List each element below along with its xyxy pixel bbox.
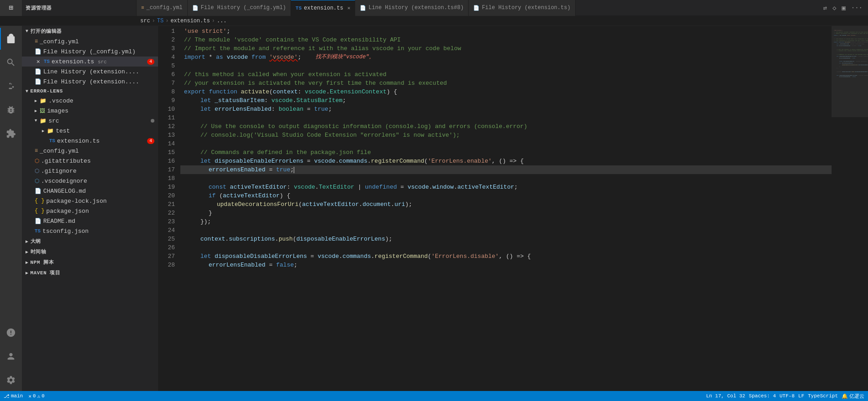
outline-label: 大纲 bbox=[31, 238, 41, 245]
code-line-19: const activeTextEditor: vscode.TextEdito… bbox=[180, 183, 832, 191]
feedback[interactable]: 🔔 亿逻云 bbox=[842, 393, 864, 400]
arrow-icon: ▼ bbox=[26, 89, 29, 94]
source-control-button[interactable]: ◇ bbox=[831, 3, 838, 13]
activity-explorer[interactable] bbox=[0, 28, 22, 50]
md-icon: 📄 bbox=[35, 218, 41, 225]
more-actions-button[interactable]: ··· bbox=[849, 3, 864, 13]
ts-file-icon: TS bbox=[44, 59, 50, 64]
file-icon: 📄 bbox=[192, 5, 199, 11]
folder-img-icon: 🖼 bbox=[40, 108, 45, 114]
open-editor-file-history-ext[interactable]: 📄 File History (extension.... bbox=[22, 77, 158, 87]
breadcrumb: src › TS › extension.ts › ... bbox=[140, 18, 227, 24]
outline-section[interactable]: ▶ 大纲 bbox=[22, 236, 158, 247]
breadcrumb-more[interactable]: ... bbox=[217, 18, 227, 24]
file-extension-ts[interactable]: TS extension.ts 4 bbox=[22, 136, 158, 146]
feedback-text: 亿逻云 bbox=[849, 393, 864, 400]
activity-search[interactable] bbox=[0, 51, 22, 73]
code-line-17: errorLensEnabled = true; bbox=[180, 165, 832, 174]
eol[interactable]: LF bbox=[798, 393, 804, 400]
open-editor-line-history[interactable]: 📄 Line History (extension.... bbox=[22, 67, 158, 77]
encoding[interactable]: UTF-8 bbox=[780, 393, 795, 400]
resource-manager-icon: ⊞ bbox=[9, 3, 13, 12]
arrow-icon: ▶ bbox=[42, 129, 44, 134]
activity-scm[interactable] bbox=[0, 75, 22, 97]
npm-section[interactable]: ▶ NPM 脚本 bbox=[22, 257, 158, 267]
indent[interactable]: Spaces: 4 bbox=[749, 393, 776, 400]
file-package-lock[interactable]: { } package-lock.json bbox=[22, 196, 158, 206]
activity-settings[interactable] bbox=[0, 369, 22, 391]
code-line-27: let disposableDisableErrorLens = vscode.… bbox=[180, 252, 832, 261]
open-editors-section[interactable]: ▼ 打开的编辑器 bbox=[22, 26, 158, 36]
tab-close-button[interactable]: ✕ bbox=[347, 5, 351, 11]
error-badge: 4 bbox=[147, 59, 154, 65]
open-editor-file-history[interactable]: 📄 File History (_config.yml) bbox=[22, 46, 158, 57]
folder-test[interactable]: ▶ 📁 test bbox=[22, 126, 158, 136]
file-gitattributes[interactable]: ⬡ .gitattributes bbox=[22, 156, 158, 166]
tab-config-yml[interactable]: ≡ _config.yml bbox=[137, 0, 188, 16]
sidebar-title: 资源管理器 bbox=[26, 5, 52, 11]
code-content[interactable]: 'use strict'; // The module 'vscode' con… bbox=[180, 26, 832, 391]
warning-num: 0 bbox=[41, 393, 45, 399]
folder-src[interactable]: ▼ 📁 src bbox=[22, 116, 158, 126]
line-col[interactable]: Ln 17, Col 32 bbox=[706, 393, 745, 400]
folder-images[interactable]: ▶ 🖼 images bbox=[22, 106, 158, 116]
folder-name: test bbox=[56, 128, 154, 134]
close-icon[interactable]: ✕ bbox=[35, 58, 42, 65]
activity-debug[interactable] bbox=[0, 99, 22, 121]
code-line-8: export function activate(context: vscode… bbox=[180, 87, 832, 96]
breadcrumb-sep: › bbox=[152, 18, 155, 24]
tab-line-history[interactable]: 📄 Line History (extension.ts#8) bbox=[355, 0, 469, 16]
open-editor-extension-ts[interactable]: ✕ TS extension.ts src 4 bbox=[22, 57, 158, 67]
breadcrumb-sep3: › bbox=[212, 18, 215, 24]
file-readme[interactable]: 📄 README.md bbox=[22, 216, 158, 226]
folder-vscode[interactable]: ▶ 📁 .vscode bbox=[22, 96, 158, 106]
file-vscodeignore[interactable]: ⬡ .vscodeignore bbox=[22, 176, 158, 186]
git-branch[interactable]: ⎇ main bbox=[4, 393, 23, 399]
split-editor-button[interactable]: ⇄ bbox=[821, 3, 828, 13]
activity-accounts[interactable] bbox=[0, 345, 22, 367]
activity-extensions[interactable] bbox=[0, 123, 22, 144]
modified-dot bbox=[151, 119, 154, 123]
error-lens-section[interactable]: ▼ ERROR-LENS bbox=[22, 87, 158, 96]
code-line-9: let _statusBarItem: vscode.StatusBarItem… bbox=[180, 96, 832, 105]
file-package-json[interactable]: { } package.json bbox=[22, 206, 158, 216]
code-line-13: // console.log('Visual Studio Code Exten… bbox=[180, 131, 832, 139]
tab-extension-ts[interactable]: TS extension.ts ✕ bbox=[291, 0, 355, 16]
folder-icon: 📁 bbox=[40, 98, 46, 104]
activity-problems[interactable] bbox=[0, 322, 22, 344]
error-count[interactable]: ✕ 0 ⚠ 0 bbox=[28, 393, 44, 399]
code-line-16: let disposableEnableErrorLens = vscode.c… bbox=[180, 157, 832, 165]
file-icon: 📄 bbox=[35, 68, 41, 75]
breadcrumb-ts[interactable]: TS bbox=[157, 18, 163, 24]
file-name: tsconfig.json bbox=[42, 228, 154, 235]
tab-file-history-ext[interactable]: 📄 File History (extension.ts) bbox=[469, 0, 575, 16]
tab-file-history-config[interactable]: 📄 File History (_config.yml) bbox=[188, 0, 291, 16]
arrow-icon: ▶ bbox=[26, 260, 29, 265]
file-name: .vscodeignore bbox=[41, 178, 154, 185]
ts-icon: TS bbox=[49, 138, 55, 144]
file-gitignore[interactable]: ⬡ .gitignore bbox=[22, 166, 158, 176]
timeline-section[interactable]: ▶ 时间轴 bbox=[22, 247, 158, 257]
maven-section[interactable]: ▶ MAVEN 项目 bbox=[22, 267, 158, 278]
tab-bar: ⊞ 资源管理器 ≡ _config.yml 📄 File History (_c… bbox=[0, 0, 868, 16]
file-tsconfig[interactable]: TS tsconfig.json bbox=[22, 226, 158, 236]
ts-icon: TS bbox=[296, 5, 301, 11]
arrow-icon: ▶ bbox=[35, 108, 37, 113]
file-changelog[interactable]: 📄 CHANGELOG.md bbox=[22, 186, 158, 196]
language-mode[interactable]: TypeScript bbox=[808, 393, 838, 400]
file-icon: 📄 bbox=[473, 5, 480, 11]
code-line-5 bbox=[180, 62, 832, 70]
json-icon: { } bbox=[35, 198, 45, 204]
open-editor-config-yml[interactable]: ≡ _config.yml bbox=[22, 36, 158, 46]
layout-button[interactable]: ▣ bbox=[840, 3, 847, 13]
file-config-yml[interactable]: ≡ _config.yml bbox=[22, 146, 158, 156]
tab-actions: ⇄ ◇ ▣ ··· bbox=[821, 3, 868, 13]
file-name: Line History (extension.... bbox=[43, 68, 154, 75]
code-line-2: // The module 'vscode' contains the VS C… bbox=[180, 36, 832, 44]
activity-bar bbox=[0, 26, 22, 391]
code-line-26 bbox=[180, 243, 832, 252]
language-text: TypeScript bbox=[808, 393, 838, 399]
breadcrumb-file[interactable]: extension.ts bbox=[170, 18, 209, 24]
breadcrumb-src[interactable]: src bbox=[140, 18, 150, 24]
file-name: README.md bbox=[43, 218, 154, 225]
